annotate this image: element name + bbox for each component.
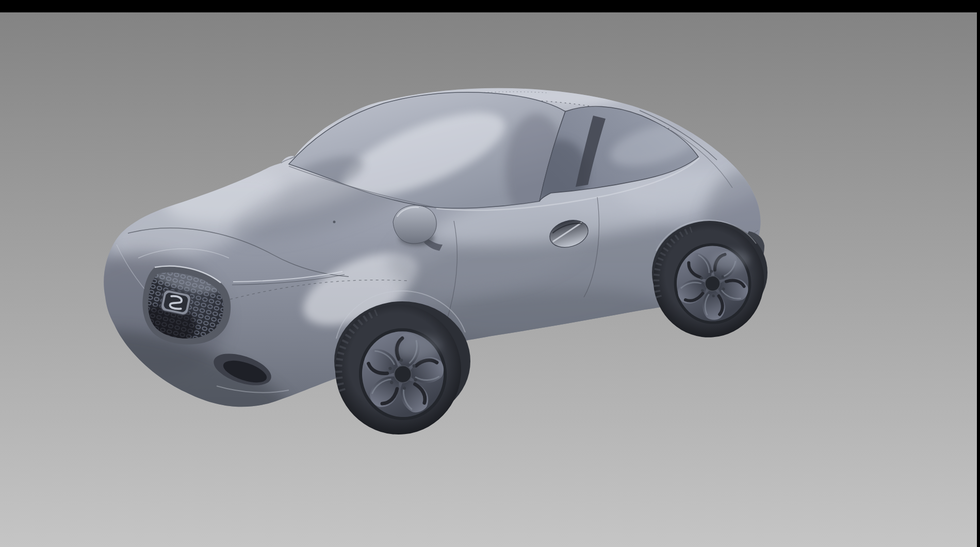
cad-viewport[interactable] [0,0,980,547]
letterbox-top-bar [0,0,980,12]
render-canvas [0,0,980,547]
letterbox-right-bar [977,0,980,547]
